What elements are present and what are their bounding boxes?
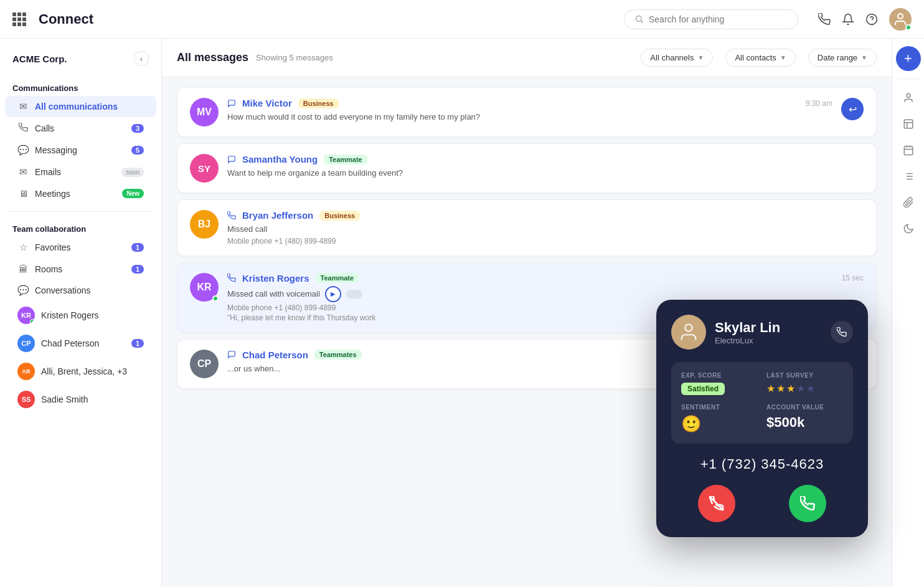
conv-sadie-label: Sadie Smith [41,394,144,404]
call-card-mute-button[interactable] [831,321,853,343]
strip-clip-icon[interactable] [897,191,920,214]
message-body-samantha: Samantha Young Teammate Want to help me … [227,154,864,179]
strip-contacts-icon[interactable] [897,87,920,109]
message-card-bryan[interactable]: BJ Bryan Jefferson Business Missed call … [177,199,877,256]
message-sender-name: Mike Victor [242,98,292,108]
message-tag: Business [298,98,339,108]
message-avatar-mike: MV [190,98,219,126]
emails-icon: ✉ [17,166,29,178]
message-header-row: Kristen Rogers Teammate 15 sec [227,273,864,284]
strip-list-icon[interactable] [897,165,920,188]
call-card-name: Skylar Lin [715,320,780,336]
message-time: 9:30 am [806,99,832,108]
sidebar-item-emails[interactable]: ✉ Emails soon [5,161,156,183]
filter-all-contacts[interactable]: All contacts ▼ [725,49,795,67]
meetings-badge-new: New [122,189,144,198]
favorites-label: Favorites [35,242,125,252]
star-2: ★ [776,383,785,394]
star-5: ★ [806,383,815,394]
sidebar-item-conv-kristen[interactable]: KR Kristen Rogers [5,302,156,329]
message-tag: Business [319,211,360,221]
sidebar-item-calls[interactable]: Calls 3 [5,118,156,139]
sentiment-emoji: 🙂 [681,414,701,433]
message-body-mike: Mike Victor Business 9:30 am How much wo… [227,98,832,123]
message-header-row: Mike Victor Business 9:30 am [227,98,832,108]
strip-calendar-icon[interactable] [897,139,920,161]
message-tag: Teammate [316,273,359,283]
sidebar-item-conv-sadie[interactable]: SS Sadie Smith [5,386,156,413]
sidebar-item-all-communications[interactable]: ✉ All communications [5,96,156,117]
sidebar-item-favorites[interactable]: ☆ Favorites 1 [5,237,156,258]
sidebar-collapse-button[interactable]: ‹ [134,51,149,66]
strip-moon-icon[interactable] [897,217,920,240]
sidebar-item-conv-group[interactable]: AB Alli, Brent, Jessica, +3 [5,358,156,385]
search-input[interactable] [649,14,788,24]
voicemail-label: Missed call with voicemail [227,288,320,300]
sidebar-item-meetings[interactable]: 🖥 Meetings New [5,183,156,204]
add-new-button[interactable]: + [896,46,921,71]
team-section-title: Team collaboration [0,219,161,236]
call-type-icon [227,211,236,220]
message-body-bryan: Bryan Jefferson Business Missed call Mob… [227,210,864,246]
message-card-samantha[interactable]: SY Samantha Young Teammate Want to help … [177,143,877,193]
favorites-icon: ☆ [17,242,29,253]
conv-kristen-label: Kristen Rogers [41,310,144,320]
filter-all-channels[interactable]: All channels ▼ [641,49,713,67]
message-sender-name: Kristen Rogers [242,273,309,284]
star-4: ★ [796,383,805,394]
message-reply-button[interactable]: ↩ [841,98,864,120]
strip-table-icon[interactable] [897,113,920,135]
all-communications-label: All communications [35,102,144,112]
user-online-indicator [905,24,912,31]
last-survey-label: LAST SURVEY [766,372,843,379]
message-avatar-wrap-kristen: KR [190,273,219,302]
emails-label: Emails [35,167,115,177]
stat-last-survey: LAST SURVEY ★ ★ ★ ★ ★ [766,372,843,395]
help-icon-button[interactable] [865,13,878,26]
call-type-icon [227,274,236,282]
all-communications-icon: ✉ [17,101,29,112]
messages-title: All messages [177,51,248,64]
chevron-down-icon: ▼ [697,54,704,61]
sidebar-item-conv-chad[interactable]: CP Chad Peterson 1 [5,330,156,357]
right-action-strip: + [892,39,924,587]
message-sender-name: Chad Peterson [242,350,308,360]
top-header: Connect [0,0,924,39]
user-avatar[interactable] [889,8,912,31]
conv-avatar-chad: CP [17,335,35,352]
svg-point-0 [636,16,642,22]
phone-icon-button[interactable] [818,13,831,26]
favorites-badge: 1 [131,243,144,252]
chevron-down-icon: ▼ [780,54,786,61]
call-phone-number: +1 (732) 345-4623 [671,456,853,472]
rooms-icon: 🏛 [17,264,29,274]
strip-divider [897,79,920,79]
sidebar-item-rooms[interactable]: 🏛 Rooms 1 [5,259,156,279]
sidebar-item-conversations[interactable]: 💬 Conversations [5,280,156,301]
voicemail-toggle[interactable] [346,290,362,298]
exp-score-value: Satisfied [681,383,725,395]
sidebar-item-messaging[interactable]: 💬 Messaging 5 [5,140,156,161]
stat-account-value: ACCOUNT VALUE $500k [766,404,843,434]
emails-badge-soon: soon [121,168,144,177]
search-bar[interactable] [624,9,798,29]
calls-icon [17,123,29,134]
call-accept-button[interactable] [789,485,826,522]
header-actions [818,8,912,31]
message-card-mike[interactable]: MV Mike Victor Business 9:30 am How much… [177,87,877,137]
call-card: Skylar Lin ElectroLux EXP. SCORE Satisfi… [656,300,868,537]
sentiment-label: SENTIMENT [681,404,758,411]
meetings-label: Meetings [35,189,116,199]
sidebar: ACME Corp. ‹ Communications ✉ All commun… [0,39,162,587]
filter-date-range[interactable]: Date range ▼ [808,49,877,67]
messages-count: Showing 5 messages [256,53,333,62]
call-decline-button[interactable] [698,485,735,522]
conv-chad-label: Chad Peterson [41,338,125,348]
messages-header: All messages Showing 5 messages All chan… [162,39,892,77]
message-duration: 15 sec [842,274,864,282]
voicemail-play-button[interactable]: ▶ [325,286,341,302]
message-type-icon [227,350,236,359]
message-header-row: Samantha Young Teammate [227,154,864,165]
message-avatar-chad: CP [190,350,219,378]
notification-icon-button[interactable] [842,13,854,26]
